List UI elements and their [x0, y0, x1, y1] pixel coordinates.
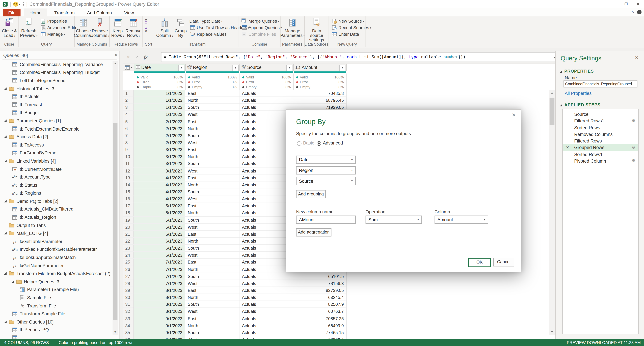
cell-region[interactable]: West: [185, 224, 239, 231]
cell-amount[interactable]: 70485.8: [293, 90, 347, 97]
close-button[interactable]: ✕: [632, 0, 644, 8]
cell-source[interactable]: Actuals: [240, 97, 293, 104]
cell-source[interactable]: Actuals: [240, 146, 293, 153]
cell-amount[interactable]: 82507.9: [293, 301, 347, 308]
tree-expand-icon[interactable]: [4, 200, 6, 202]
cell-source[interactable]: Actuals: [240, 132, 293, 139]
recent-sources-button[interactable]: Recent Sources▾: [331, 24, 371, 31]
query-item[interactable]: Transform File from BudgetActualsForecas…: [0, 270, 112, 278]
cell-date[interactable]: 4/1/2023: [134, 174, 185, 181]
cell-date[interactable]: 9/1/2023: [134, 329, 185, 336]
tree-expand-icon[interactable]: [4, 136, 6, 138]
cell-source[interactable]: Actuals: [240, 160, 293, 167]
cell-source[interactable]: Actuals: [240, 111, 293, 118]
cell-region[interactable]: North: [185, 210, 239, 217]
cell-amount[interactable]: 78156.3: [293, 280, 347, 287]
cell-region[interactable]: East: [185, 259, 239, 266]
cell-source[interactable]: Actuals: [240, 125, 293, 132]
query-item[interactable]: CombinedFinancials_Reporting_Budget: [0, 68, 112, 76]
cell-source[interactable]: Actuals: [240, 104, 293, 111]
scroll-up-icon[interactable]: ▲: [112, 61, 118, 65]
cell-source[interactable]: Actuals: [240, 329, 293, 336]
cell-date[interactable]: 9/1/2023: [134, 322, 185, 329]
cell-date[interactable]: 6/1/2023: [134, 231, 185, 238]
cell-amount[interactable]: 63245.4: [293, 294, 347, 301]
split-column-button[interactable]: SplitColumn▾: [156, 17, 174, 38]
scroll-down-icon[interactable]: ▼: [112, 330, 118, 335]
table-row[interactable]: 308/1/2023NorthActuals63245.4: [123, 294, 347, 301]
query-item[interactable]: Demo PQ to Tabs [2]: [0, 197, 112, 205]
cell-region[interactable]: South: [185, 329, 239, 336]
applied-step-grouped-rows[interactable]: ✕Grouped Rows⚙: [563, 144, 638, 151]
cell-region[interactable]: West: [185, 139, 239, 146]
cell-region[interactable]: South: [185, 273, 239, 280]
cell-source[interactable]: Actuals: [240, 238, 293, 245]
query-item[interactable]: tblPeriods_PQ: [0, 326, 112, 334]
cell-region[interactable]: East: [185, 287, 239, 294]
query-item[interactable]: Mark_EOTG [4]: [0, 229, 112, 237]
cell-source[interactable]: Actuals: [240, 118, 293, 125]
cell-date[interactable]: 6/1/2023: [134, 252, 185, 259]
cell-date[interactable]: 4/1/2023: [134, 195, 185, 203]
query-item[interactable]: Transform Sample File: [0, 310, 112, 318]
scrollbar-thumb[interactable]: [113, 123, 118, 320]
query-item[interactable]: ABCInvoked FunctionfxGetTableParameter: [0, 245, 112, 254]
column-header-date[interactable]: Date▼: [134, 64, 186, 71]
cell-date[interactable]: 5/1/2023: [134, 224, 185, 231]
cell-region[interactable]: South: [185, 245, 239, 252]
cell-region[interactable]: North: [185, 125, 239, 132]
cell-source[interactable]: Actuals: [240, 301, 293, 308]
cell-source[interactable]: Actuals: [240, 153, 293, 160]
cell-date[interactable]: 1/1/2023: [134, 90, 185, 97]
collapse-ribbon-icon[interactable]: ^: [632, 10, 634, 14]
query-item[interactable]: ABCtblStatus: [0, 181, 112, 189]
help-icon[interactable]: ?: [637, 10, 642, 14]
remove-columns-button[interactable]: ✗ RemoveColumns▾: [92, 17, 108, 38]
query-item[interactable]: tblFetchExternalDateExample: [0, 125, 112, 133]
cell-source[interactable]: Actuals: [240, 287, 293, 294]
formula-input[interactable]: = Table.Group(#"Filtered Rows", {"Date",…: [161, 52, 558, 62]
table-row[interactable]: 277/1/2023SouthActuals65101.5: [123, 273, 347, 280]
cell-region[interactable]: South: [185, 188, 239, 195]
query-item[interactable]: ABCtblAccountType: [0, 173, 112, 181]
cell-region[interactable]: East: [185, 90, 239, 97]
cell-region[interactable]: East: [185, 118, 239, 125]
advanced-radio[interactable]: [317, 141, 321, 146]
cell-region[interactable]: West: [185, 308, 239, 315]
query-item[interactable]: fxfxGetTableParameter: [0, 237, 112, 245]
group-by-button[interactable]: GroupBy: [173, 17, 188, 38]
cell-source[interactable]: Actuals: [240, 294, 293, 301]
gear-icon[interactable]: ⚙: [632, 144, 636, 151]
close-query-settings-icon[interactable]: ✕: [635, 55, 639, 60]
cell-date[interactable]: 7/1/2023: [134, 259, 185, 266]
cell-source[interactable]: Actuals: [240, 181, 293, 188]
cell-region[interactable]: South: [185, 301, 239, 308]
cell-source[interactable]: Actuals: [240, 322, 293, 329]
cell-amount[interactable]: 82739.05: [293, 287, 347, 294]
cell-source[interactable]: Actuals: [240, 90, 293, 97]
cell-source[interactable]: Actuals: [240, 203, 293, 210]
minimize-button[interactable]: ─: [608, 0, 620, 8]
query-item[interactable]: Other Queries [10]: [0, 318, 112, 326]
row-number-header[interactable]: ▼: [123, 64, 134, 71]
keep-rows-button[interactable]: ✓ KeepRows▾: [110, 17, 125, 38]
cell-amount[interactable]: 77465.15: [293, 329, 347, 336]
feedback-smiley-icon[interactable]: [13, 2, 18, 6]
cell-region[interactable]: East: [185, 146, 239, 153]
tab-view[interactable]: View: [119, 9, 139, 16]
remove-rows-button[interactable]: ✗ RemoveRows▾: [126, 17, 141, 38]
cell-amount[interactable]: 70857.25: [293, 315, 347, 322]
applied-step-filtered-rows[interactable]: Filtered Rows: [563, 138, 638, 144]
cell-date[interactable]: 7/1/2023: [134, 273, 185, 280]
cell-date[interactable]: 5/1/2023: [134, 210, 185, 217]
tree-expand-icon[interactable]: [4, 232, 6, 235]
tree-expand-icon[interactable]: [4, 119, 6, 122]
cell-region[interactable]: West: [185, 280, 239, 287]
cell-region[interactable]: North: [185, 238, 239, 245]
cell-amount[interactable]: 60763.7: [293, 308, 347, 315]
cell-date[interactable]: 3/1/2023: [134, 160, 185, 167]
cell-region[interactable]: East: [185, 231, 239, 238]
tab-add-column[interactable]: Add Column: [82, 9, 117, 16]
cell-region[interactable]: South: [185, 217, 239, 224]
query-item[interactable]: tblActuals: [0, 92, 112, 101]
